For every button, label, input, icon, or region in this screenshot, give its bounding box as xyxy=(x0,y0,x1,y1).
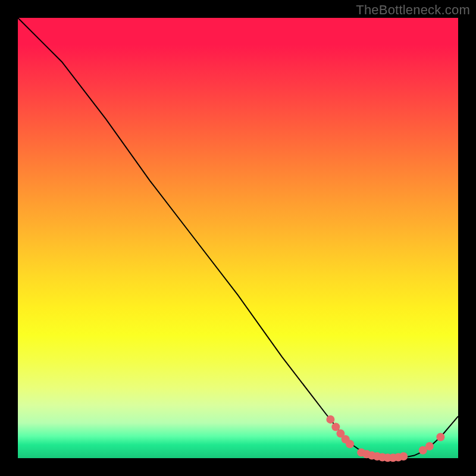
chart-svg xyxy=(18,18,458,458)
curve-marker xyxy=(326,415,334,424)
chart-frame: TheBottleneck.com xyxy=(0,0,476,476)
curve-markers xyxy=(326,415,444,462)
watermark-text: TheBottleneck.com xyxy=(356,2,470,18)
curve-marker xyxy=(425,442,434,450)
curve-marker xyxy=(436,433,444,441)
plot-area xyxy=(18,18,458,458)
curve-marker xyxy=(346,440,354,448)
bottleneck-curve xyxy=(18,18,458,458)
curve-marker xyxy=(399,452,408,461)
